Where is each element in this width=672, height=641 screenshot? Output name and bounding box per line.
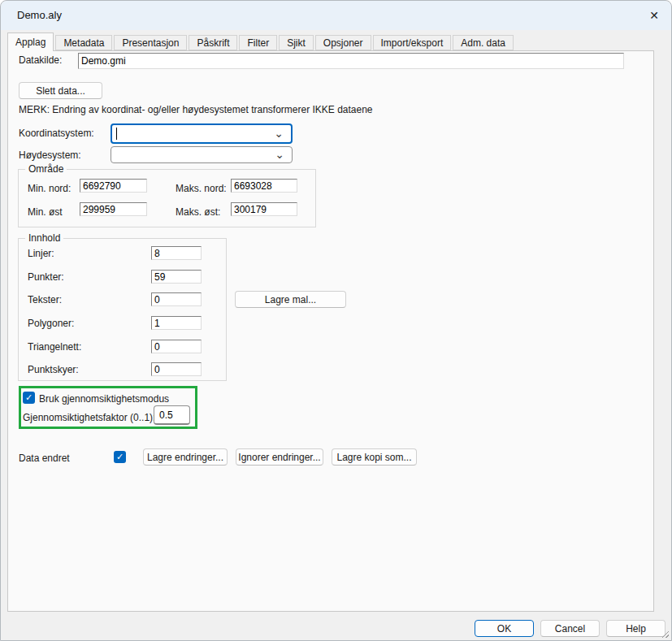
hoydesystem-combobox[interactable]: ⌄ bbox=[111, 146, 293, 163]
punkter-count-field[interactable] bbox=[151, 270, 202, 284]
chevron-down-icon: ⌄ bbox=[275, 147, 284, 160]
close-icon[interactable]: ✕ bbox=[645, 6, 663, 24]
min-nord-label: Min. nord: bbox=[28, 183, 71, 194]
linjer-label: Linjer: bbox=[28, 248, 54, 259]
data-endret-checkbox[interactable]: ✓ bbox=[114, 451, 126, 463]
maks-ost-input[interactable] bbox=[231, 202, 297, 216]
check-icon: ✓ bbox=[25, 393, 33, 402]
tab-metadata[interactable]: Metadata bbox=[55, 35, 112, 50]
titlebar: Demo.aly ✕ bbox=[1, 1, 671, 30]
transparency-factor-input[interactable] bbox=[154, 405, 190, 425]
maks-ost-label: Maks. øst: bbox=[176, 206, 220, 218]
window-title: Demo.aly bbox=[17, 9, 62, 21]
min-nord-input[interactable] bbox=[80, 179, 147, 193]
lagre-mal-button[interactable]: Lagre mal... bbox=[235, 291, 346, 308]
datakilde-label: Datakilde: bbox=[19, 54, 62, 66]
omrade-group-title: Område bbox=[25, 163, 67, 175]
hoydesystem-label: Høydesystem: bbox=[19, 149, 81, 161]
transparency-checkbox[interactable]: ✓ bbox=[23, 392, 35, 404]
innhold-group-title: Innhold bbox=[25, 232, 63, 244]
punkter-label: Punkter: bbox=[28, 271, 64, 283]
data-endret-label: Data endret bbox=[19, 453, 70, 464]
ignorer-endringer-button[interactable]: Ignorer endringer... bbox=[236, 448, 323, 466]
tab-strip: Applag Metadata Presentasjon Påskrift Fi… bbox=[7, 32, 515, 50]
tab-paskrift[interactable]: Påskrift bbox=[189, 35, 237, 50]
transparency-checkbox-label: Bruk gjennomsiktighetsmodus bbox=[39, 393, 169, 405]
polygoner-label: Polygoner: bbox=[28, 318, 74, 329]
slett-data-button[interactable]: Slett data... bbox=[19, 82, 102, 99]
koordinatsystem-combobox[interactable]: ⌄ bbox=[111, 123, 293, 144]
min-ost-input[interactable] bbox=[80, 202, 147, 216]
tab-applag[interactable]: Applag bbox=[7, 32, 54, 51]
tekster-count-field[interactable] bbox=[151, 292, 202, 306]
triangelnett-label: Triangelnett: bbox=[28, 341, 81, 353]
tab-opsjoner[interactable]: Opsjoner bbox=[315, 35, 371, 50]
tab-adm-data[interactable]: Adm. data bbox=[453, 35, 514, 50]
maks-nord-input[interactable] bbox=[231, 179, 297, 193]
omrade-groupbox bbox=[18, 169, 316, 227]
cancel-button[interactable]: Cancel bbox=[540, 620, 600, 637]
tab-import-eksport[interactable]: Import/eksport bbox=[373, 35, 452, 50]
dialog-window: Demo.aly ✕ Applag Metadata Presentasjon … bbox=[0, 0, 672, 641]
tekster-label: Tekster: bbox=[28, 294, 62, 305]
triangelnett-count-field[interactable] bbox=[151, 340, 202, 353]
transparency-factor-label: Gjennomsiktighetsfaktor (0..1): bbox=[23, 412, 155, 423]
linjer-count-field[interactable] bbox=[151, 246, 202, 260]
tab-sjikt[interactable]: Sjikt bbox=[279, 35, 314, 50]
chevron-down-icon: ⌄ bbox=[274, 126, 284, 139]
merk-note: MERK: Endring av koordinat- og/eller høy… bbox=[19, 104, 373, 115]
tab-filter[interactable]: Filter bbox=[239, 35, 277, 50]
maks-nord-label: Maks. nord: bbox=[176, 183, 227, 194]
tab-presentasjon[interactable]: Presentasjon bbox=[114, 35, 187, 50]
check-icon: ✓ bbox=[116, 453, 124, 461]
min-ost-label: Min. øst bbox=[28, 206, 63, 218]
koordinatsystem-label: Koordinatsystem: bbox=[19, 128, 94, 139]
help-button[interactable]: Help bbox=[606, 620, 665, 637]
datakilde-input[interactable] bbox=[78, 53, 624, 69]
lagre-endringer-button[interactable]: Lagre endringer... bbox=[143, 448, 228, 466]
punktskyer-label: Punktskyer: bbox=[28, 364, 79, 375]
ok-button[interactable]: OK bbox=[475, 620, 534, 637]
punktskyer-count-field[interactable] bbox=[151, 362, 202, 376]
polygoner-count-field[interactable] bbox=[151, 316, 202, 330]
text-caret bbox=[116, 128, 117, 140]
lagre-kopi-som-button[interactable]: Lagre kopi som... bbox=[332, 448, 417, 466]
